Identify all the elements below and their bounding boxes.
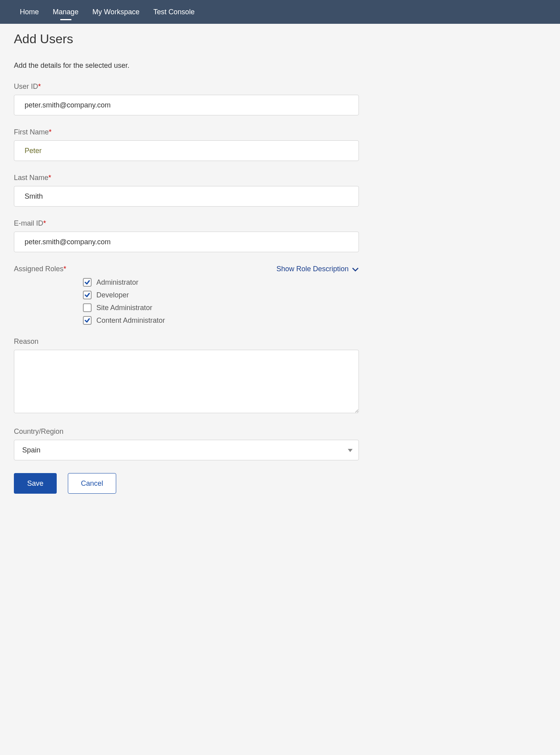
required-marker: * [49, 128, 52, 136]
assigned-roles-label: Assigned Roles* [14, 265, 66, 273]
first-name-input[interactable] [14, 140, 359, 161]
role-content-administrator: Content Administrator [83, 316, 546, 325]
checkbox-content-administrator[interactable] [83, 316, 92, 325]
nav-my-workspace[interactable]: My Workspace [92, 1, 140, 23]
nav-manage[interactable]: Manage [53, 1, 79, 23]
user-id-label: User ID* [14, 82, 546, 91]
role-label: Developer [96, 291, 129, 299]
role-administrator: Administrator [83, 278, 546, 287]
show-role-description-text: Show Role Description [276, 265, 349, 273]
checkbox-developer[interactable] [83, 291, 92, 299]
page-title: Add Users [14, 32, 546, 46]
top-navbar: Home Manage My Workspace Test Console [0, 0, 560, 24]
nav-test-console[interactable]: Test Console [153, 1, 195, 23]
country-region-select[interactable]: Spain [14, 440, 359, 460]
country-region-label: Country/Region [14, 427, 546, 436]
nav-home[interactable]: Home [20, 1, 39, 23]
save-button[interactable]: Save [14, 473, 57, 494]
role-label: Administrator [96, 278, 138, 287]
reason-textarea[interactable] [14, 350, 359, 413]
checkbox-site-administrator[interactable] [83, 303, 92, 312]
checkbox-administrator[interactable] [83, 278, 92, 287]
role-developer: Developer [83, 291, 546, 299]
cancel-button[interactable]: Cancel [68, 473, 116, 494]
required-marker: * [38, 82, 41, 90]
first-name-label: First Name* [14, 128, 546, 136]
role-label: Site Administrator [96, 304, 152, 312]
form-group-country-region: Country/Region Spain [14, 427, 546, 460]
last-name-label: Last Name* [14, 174, 546, 182]
email-id-label: E-mail ID* [14, 219, 546, 228]
form-group-email-id: E-mail ID* [14, 219, 546, 252]
form-group-last-name: Last Name* [14, 174, 546, 207]
last-name-input[interactable] [14, 186, 359, 207]
user-id-input[interactable] [14, 95, 359, 115]
form-group-reason: Reason [14, 337, 546, 415]
form-group-first-name: First Name* [14, 128, 546, 161]
form-group-user-id: User ID* [14, 82, 546, 115]
page-subtitle: Add the details for the selected user. [14, 61, 546, 70]
form-group-assigned-roles: Assigned Roles* Show Role Description Ad… [14, 265, 546, 325]
role-site-administrator: Site Administrator [83, 303, 546, 312]
email-id-input[interactable] [14, 232, 359, 252]
roles-checkbox-list: Administrator Developer Site Administrat… [83, 278, 546, 325]
chevron-down-icon [352, 266, 359, 273]
reason-label: Reason [14, 337, 546, 346]
required-marker: * [63, 265, 66, 273]
required-marker: * [43, 219, 46, 227]
role-label: Content Administrator [96, 316, 165, 325]
show-role-description-link[interactable]: Show Role Description [276, 265, 359, 273]
required-marker: * [48, 174, 51, 182]
main-content: Add Users Add the details for the select… [0, 24, 560, 502]
form-actions: Save Cancel [14, 473, 546, 494]
